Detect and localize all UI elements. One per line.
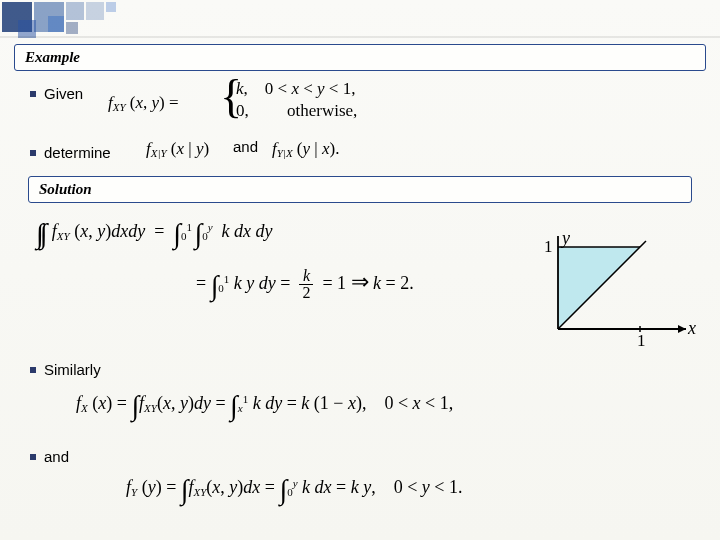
- determine-f1: fX|Y (x | y): [146, 139, 209, 159]
- determine-f2: fY|X (y | x).: [272, 139, 339, 159]
- solution-line2: = ∫01 k y dy = k2 = 1 ⇒ k = 2.: [196, 268, 414, 302]
- svg-marker-12: [678, 325, 686, 333]
- solution-line1: ∫∫ fXY (x, y)dxdy = ∫01 ∫0y k dx dy: [36, 218, 273, 250]
- region-plot-svg: 1 1 x y: [528, 234, 698, 354]
- svg-rect-3: [86, 2, 104, 20]
- bullet-given-label: Given: [44, 85, 83, 102]
- svg-rect-6: [48, 16, 64, 32]
- bullet-and-row: and: [30, 442, 69, 469]
- header-squares: [0, 0, 260, 38]
- determine-joiner: and: [233, 138, 258, 155]
- marginal-fy: fY (y) = ∫fXY(x, y)dx = ∫0y k dx = k y, …: [126, 474, 462, 506]
- plot-tick-x: 1: [637, 331, 646, 350]
- plot-tick-y: 1: [544, 237, 553, 256]
- marginal-fx: fX (x) = ∫fXY(x, y)dy = ∫x1 k dy = k (1 …: [76, 390, 453, 422]
- header-underline: [0, 36, 720, 38]
- bullet-determine-row: determine: [30, 138, 111, 165]
- bullet-similarly: Similarly: [30, 361, 101, 378]
- region-plot: 1 1 x y: [528, 234, 698, 354]
- given-lhs: fXY (x, y) =: [108, 93, 179, 113]
- bullet-similarly-row: Similarly: [30, 355, 101, 382]
- frac-den: 2: [299, 285, 313, 301]
- bullet-and-label: and: [44, 448, 69, 465]
- svg-rect-4: [66, 22, 78, 34]
- frac-num: k: [299, 268, 313, 285]
- svg-rect-7: [106, 2, 116, 12]
- header-squares-svg: [0, 0, 260, 40]
- heading-solution: Solution: [28, 176, 692, 203]
- plot-ylabel: y: [560, 234, 570, 248]
- bullet-determine-label: determine: [44, 144, 111, 161]
- piecewise-case1: k, 0 < x < y < 1,: [236, 78, 357, 100]
- bullet-and: and: [30, 448, 69, 465]
- given-piecewise: { k, 0 < x < y < 1, 0, otherwise,: [220, 78, 357, 122]
- heading-example: Example: [14, 44, 706, 71]
- piecewise-case2: 0, otherwise,: [236, 100, 357, 122]
- bullet-similarly-label: Similarly: [44, 361, 101, 378]
- bullet-determine: determine: [30, 144, 111, 161]
- plot-xlabel: x: [687, 318, 696, 338]
- svg-rect-2: [66, 2, 84, 20]
